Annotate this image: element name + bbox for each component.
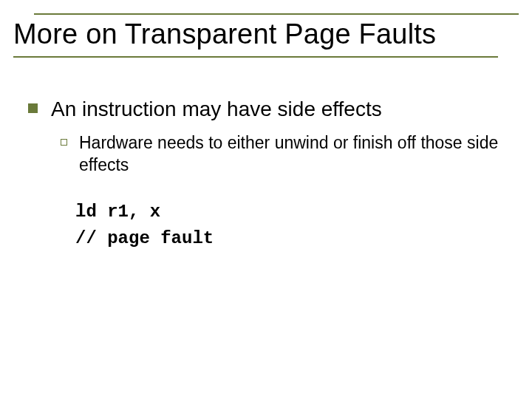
title-rule-top [34,13,519,15]
code-line-2: // page fault [75,228,214,248]
slide-body: An instruction may have side effects Har… [28,96,501,252]
bullet-level-1: An instruction may have side effects [28,96,501,122]
bullet-level-1-text: An instruction may have side effects [51,96,382,122]
code-line-1: ld r1, x [75,202,160,222]
hollow-square-bullet-icon [61,139,67,146]
slide: More on Transparent Page Faults An instr… [0,0,532,399]
slide-title: More on Transparent Page Faults [13,16,519,55]
bullet-level-2-text: Hardware needs to either unwind or finis… [79,132,501,177]
title-rule-bottom [13,56,498,58]
title-area: More on Transparent Page Faults [13,13,519,58]
bullet-level-2: Hardware needs to either unwind or finis… [61,132,501,177]
square-bullet-icon [28,103,38,113]
code-block: ld r1, x // page fault [75,199,501,252]
